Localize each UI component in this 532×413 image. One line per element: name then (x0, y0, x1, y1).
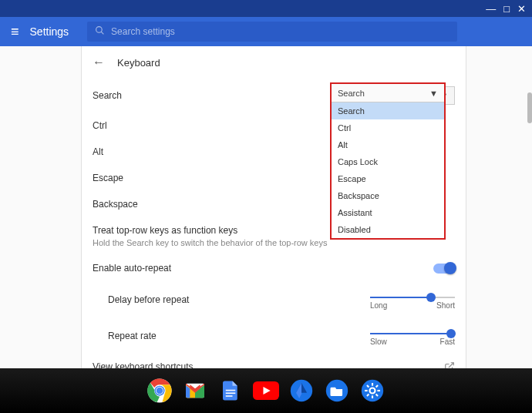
dropdown-current[interactable]: Search ▼ (332, 84, 444, 102)
svg-point-0 (96, 27, 103, 33)
dropdown-current-label: Search (338, 89, 365, 98)
docs-app-icon[interactable] (217, 378, 244, 404)
window-minimize-icon[interactable]: — (486, 4, 496, 14)
row-view-shortcuts[interactable]: View keyboard shortcuts (82, 354, 466, 368)
svg-rect-11 (226, 395, 233, 397)
search-input[interactable] (111, 26, 450, 37)
settings-app-icon[interactable] (359, 378, 386, 404)
slider-min-label: Long (370, 301, 387, 310)
window-titlebar: — □ ✕ (0, 0, 532, 17)
toggle-autorepeat[interactable] (433, 264, 455, 274)
dropdown-option[interactable]: Escape (332, 170, 444, 187)
files-app-icon[interactable] (324, 378, 350, 404)
slider-min-label: Slow (370, 337, 387, 346)
app-title: Settings (30, 25, 69, 38)
dropdown-option[interactable]: Disabled (332, 221, 444, 238)
row-delay: Delay before repeat Long Short (82, 281, 466, 317)
window-maximize-icon[interactable]: □ (503, 4, 510, 14)
gmail-app-icon[interactable] (182, 378, 208, 404)
svg-rect-9 (226, 390, 236, 391)
slider-max-label: Fast (440, 337, 455, 346)
row-rate: Repeat rate Slow Fast (82, 317, 466, 354)
page-title: Keyboard (117, 57, 160, 69)
slider-rate[interactable]: Slow Fast (370, 325, 455, 346)
shelf (0, 368, 532, 413)
slider-delay[interactable]: Long Short (370, 289, 455, 310)
dropdown-option[interactable]: Backspace (332, 187, 444, 204)
row-autorepeat: Enable auto-repeat (82, 255, 466, 281)
dropdown-option[interactable]: Assistant (332, 204, 444, 221)
chevron-down-icon: ▼ (429, 89, 438, 98)
row-label: Search (93, 90, 347, 101)
search-bar[interactable] (87, 22, 457, 42)
app-header: ≡ Settings (0, 17, 532, 46)
svg-point-7 (157, 388, 163, 395)
dropdown-option[interactable]: Ctrl (332, 119, 444, 136)
svg-rect-10 (226, 393, 236, 395)
dropdown-option[interactable]: Alt (332, 136, 444, 153)
window-close-icon[interactable]: ✕ (517, 4, 526, 14)
scrollbar-thumb[interactable] (527, 92, 532, 123)
search-icon (95, 25, 105, 38)
youtube-app-icon[interactable] (253, 378, 279, 404)
svg-line-1 (101, 32, 103, 34)
row-label: Delay before repeat (108, 294, 370, 305)
dropdown-option[interactable]: Search (332, 102, 444, 119)
chrome-app-icon[interactable] (146, 378, 173, 404)
dropdown-option[interactable]: Caps Lock (332, 153, 444, 170)
page-header: ← Keyboard (82, 46, 466, 79)
row-label: View keyboard shortcuts (93, 361, 444, 368)
dropdown-menu: Search ▼ Search Ctrl Alt Caps Lock Escap… (330, 82, 446, 240)
slider-max-label: Short (436, 301, 455, 310)
svg-line-2 (449, 363, 453, 368)
drive-app-icon[interactable] (288, 378, 315, 404)
row-label: Enable auto-repeat (93, 263, 433, 274)
back-arrow-icon[interactable]: ← (93, 55, 105, 69)
hamburger-icon[interactable]: ≡ (11, 24, 19, 40)
row-label: Repeat rate (108, 331, 370, 341)
content-shell: ← Keyboard Search Search ▼ Ctrl Alt Esca… (0, 46, 532, 368)
external-link-icon (444, 361, 455, 368)
